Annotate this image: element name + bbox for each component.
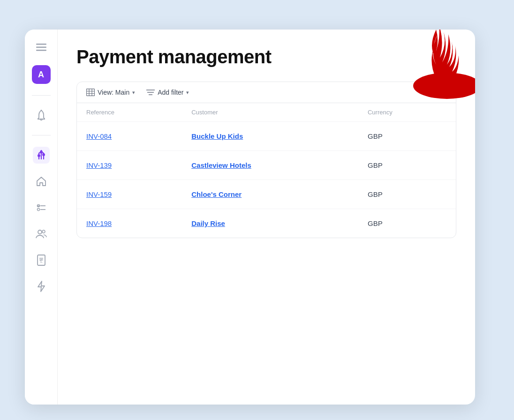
cell-currency: GBP [358,122,456,151]
table-row: INV-084Buckle Up KidsGBP [77,122,456,151]
santander-logo [402,30,475,102]
svg-rect-2 [36,47,46,48]
svg-rect-22 [87,89,95,96]
filter-chevron: ▾ [186,90,189,96]
home-icon[interactable] [33,173,50,190]
bell-icon[interactable] [33,107,50,124]
svg-point-11 [40,150,43,153]
filter-lines-icon [146,89,155,96]
divider-2 [32,135,51,135]
payment-table: Reference Customer Currency INV-084Buckl… [77,103,456,238]
cell-customer[interactable]: Castleview Hotels [182,151,358,180]
table-icon [86,89,95,96]
tasks-icon[interactable] [33,199,50,216]
svg-point-4 [40,110,42,111]
cell-currency: GBP [358,209,456,238]
view-chevron: ▾ [132,90,135,96]
svg-point-9 [38,154,40,157]
menu-icon[interactable] [33,39,50,56]
table-card: View: Main ▾ Add filter ▾ R [76,82,456,238]
lightning-icon[interactable] [33,278,50,295]
cell-customer[interactable]: Buckle Up Kids [182,122,358,151]
svg-text:£: £ [40,258,43,263]
cell-currency: GBP [358,180,456,209]
svg-rect-3 [36,50,46,51]
table-body: INV-084Buckle Up KidsGBPINV-139Castlevie… [77,122,456,238]
table-row: INV-198Daily RiseGBP [77,209,456,238]
svg-point-16 [38,230,42,234]
col-currency: Currency [358,103,456,122]
avatar[interactable]: A [32,65,51,84]
svg-point-10 [42,153,45,156]
add-filter-button[interactable]: Add filter ▾ [146,89,189,96]
cell-reference[interactable]: INV-084 [77,122,182,151]
page-title: Payment management [76,46,456,68]
cell-currency: GBP [358,151,456,180]
cell-customer[interactable]: Daily Rise [182,209,358,238]
cell-reference[interactable]: INV-198 [77,209,182,238]
svg-point-0 [413,73,475,99]
app-container: A [25,30,475,405]
users-icon[interactable] [33,225,50,242]
col-reference: Reference [77,103,182,122]
table-row: INV-159Chloe's CornerGBP [77,180,456,209]
cell-reference[interactable]: INV-159 [77,180,182,209]
col-customer: Customer [182,103,358,122]
divider-1 [32,95,51,96]
sidebar: A [25,30,58,405]
table-toolbar: View: Main ▾ Add filter ▾ [77,82,456,103]
view-selector[interactable]: View: Main ▾ [86,89,135,96]
cell-reference[interactable]: INV-139 [77,151,182,180]
svg-rect-1 [36,44,46,45]
filter-icon[interactable] [33,147,50,164]
cell-customer[interactable]: Chloe's Corner [182,180,358,209]
invoice-icon[interactable]: £ [33,252,50,269]
table-header: Reference Customer Currency [77,103,456,122]
table-row: INV-139Castleview HotelsGBP [77,151,456,180]
svg-point-17 [42,230,45,233]
svg-point-14 [37,209,39,211]
